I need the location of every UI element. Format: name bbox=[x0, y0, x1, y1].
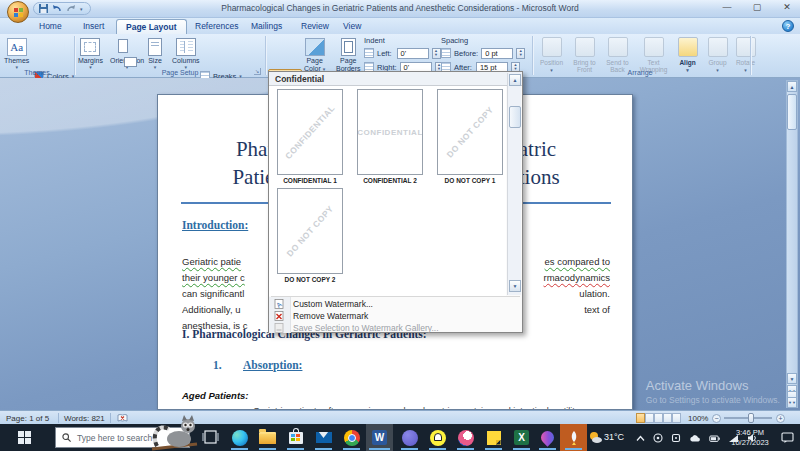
gallery-scroll-up-icon[interactable]: ▲ bbox=[509, 74, 521, 86]
taskbar-app-purple[interactable] bbox=[396, 424, 423, 451]
bring-to-front-button[interactable]: Bring toFront bbox=[569, 37, 600, 73]
gallery-scrollbar-thumb[interactable] bbox=[509, 106, 521, 128]
menu-item-custom-watermark[interactable]: A Custom Watermark... bbox=[269, 298, 522, 310]
menu-item-remove-watermark[interactable]: Remove Watermark bbox=[269, 310, 522, 322]
tab-view[interactable]: View bbox=[334, 19, 370, 34]
taskbar-app-word[interactable]: W bbox=[366, 424, 393, 451]
tray-chevron-up-icon[interactable] bbox=[636, 435, 645, 442]
scroll-down-icon[interactable]: ▼ bbox=[787, 373, 797, 384]
taskbar-app-file-explorer[interactable] bbox=[254, 424, 281, 451]
taskbar-app-sticky-notes[interactable] bbox=[480, 424, 507, 451]
menu-item-save-selection-watermark-gallery: Save Selection to Watermark Gallery... bbox=[269, 322, 522, 334]
rotate-icon bbox=[736, 37, 756, 57]
tray-onedrive-cloud-icon[interactable] bbox=[689, 434, 701, 443]
size-button[interactable]: Size▾ bbox=[148, 36, 162, 69]
tab-home[interactable]: Home bbox=[30, 19, 71, 34]
position-button[interactable]: Position▾ bbox=[536, 37, 567, 73]
taskbar-app-edge[interactable] bbox=[226, 424, 253, 451]
align-button[interactable]: Align▾ bbox=[672, 37, 703, 73]
taskbar-app-mail[interactable] bbox=[310, 424, 337, 451]
scrollbar-thumb[interactable] bbox=[787, 94, 797, 130]
word-window: ▾ Pharmacological Changes in Geriatric P… bbox=[0, 0, 800, 451]
watermark-option-confidential-2[interactable]: CONFIDENTIAL bbox=[357, 89, 423, 175]
taskbar: Type here to search bbox=[0, 424, 800, 451]
weather-icon[interactable] bbox=[588, 431, 602, 444]
store-icon bbox=[289, 432, 303, 444]
watermark-option-do-not-copy-1[interactable]: DO NOT COPY bbox=[437, 89, 503, 175]
tab-insert[interactable]: Insert bbox=[74, 19, 113, 34]
page-setup-dialog-launcher-icon[interactable]: ↘ bbox=[254, 68, 261, 75]
themes-button[interactable]: Aa Themes▾ bbox=[4, 36, 29, 69]
print-layout-view-button[interactable] bbox=[636, 413, 645, 423]
rotate-button[interactable]: Rotate▾ bbox=[730, 37, 761, 73]
help-icon[interactable]: ? bbox=[782, 20, 794, 32]
orientation-button[interactable]: Orientation▾ bbox=[110, 36, 144, 69]
pink-app-icon bbox=[458, 430, 474, 446]
page-color-button[interactable]: Page Color ▾ bbox=[304, 36, 325, 72]
indent-left-spinner[interactable]: ▲▼ bbox=[432, 48, 441, 59]
zoom-slider-thumb[interactable] bbox=[748, 413, 754, 423]
purple-app-icon bbox=[402, 430, 418, 446]
action-center-icon[interactable] bbox=[781, 432, 794, 443]
maximize-button[interactable]: ▢ bbox=[748, 2, 766, 14]
themes-group-label: Themes bbox=[8, 69, 66, 76]
close-button[interactable]: ✕ bbox=[778, 2, 796, 14]
paint-drop-icon bbox=[538, 428, 556, 446]
taskbar-app-pink[interactable] bbox=[452, 424, 479, 451]
gallery-scroll-down-icon[interactable]: ▼ bbox=[509, 280, 521, 292]
minimize-button[interactable]: — bbox=[718, 2, 736, 14]
window-title: Pharmacological Changes in Geriatric Pat… bbox=[0, 3, 800, 13]
scroll-up-icon[interactable]: ▲ bbox=[787, 81, 797, 92]
margins-button[interactable]: Margins▾ bbox=[78, 36, 103, 69]
next-page-icon[interactable]: ▼▼ bbox=[787, 397, 797, 408]
word-count[interactable]: Words: 821 bbox=[64, 414, 105, 423]
task-view-icon[interactable] bbox=[202, 429, 219, 445]
full-screen-view-button[interactable] bbox=[645, 413, 654, 423]
office-logo-icon bbox=[14, 8, 23, 17]
watermark-option-confidential-1[interactable]: CONFIDENTIAL bbox=[277, 89, 343, 175]
zoom-level[interactable]: 100% bbox=[688, 414, 708, 423]
zoom-out-icon[interactable]: − bbox=[712, 414, 721, 423]
taskbar-app-orange-highlighted[interactable] bbox=[560, 424, 587, 451]
spacing-before-label: Before: bbox=[454, 49, 478, 58]
tab-references[interactable]: References bbox=[186, 19, 247, 34]
tab-page-layout[interactable]: Page Layout bbox=[116, 19, 187, 34]
tab-review[interactable]: Review bbox=[292, 19, 338, 34]
spacing-header: Spacing bbox=[441, 36, 468, 45]
office-button[interactable] bbox=[7, 1, 29, 23]
lemur-image bbox=[150, 408, 198, 451]
watermark-gallery-menu: Confidential CONFIDENTIAL CONFIDENTIAL 1… bbox=[268, 71, 523, 333]
weather-temperature[interactable]: 31°C bbox=[604, 432, 624, 442]
web-layout-view-button[interactable] bbox=[654, 413, 663, 423]
indent-left-value[interactable]: 0' bbox=[397, 48, 429, 59]
activate-windows-watermark: Activate Windows Go to Settings to activ… bbox=[646, 378, 780, 405]
taskbar-app-excel[interactable]: X bbox=[508, 424, 535, 451]
tray-device-icon[interactable] bbox=[671, 433, 681, 443]
taskbar-clock[interactable]: 3:46 PM 10/27/2023 bbox=[729, 428, 771, 447]
page-setup-group-label: Page Setup bbox=[120, 69, 240, 76]
send-to-back-button[interactable]: Send toBack bbox=[602, 37, 633, 73]
page-borders-button[interactable]: Page Borders bbox=[336, 36, 361, 72]
outline-view-button[interactable] bbox=[663, 413, 672, 423]
columns-button[interactable]: Columns▾ bbox=[172, 36, 200, 69]
draft-view-button[interactable] bbox=[672, 413, 681, 423]
spacing-before-value[interactable]: 0 pt bbox=[481, 48, 513, 59]
proofing-status-icon[interactable] bbox=[117, 413, 128, 423]
text-wrapping-button[interactable]: TextWrapping bbox=[638, 37, 669, 73]
tray-target-icon[interactable] bbox=[653, 433, 663, 443]
zoom-in-icon[interactable]: + bbox=[776, 414, 785, 423]
vertical-scrollbar[interactable]: ▲ ▼ ▲▲ ● ▼▼ bbox=[786, 80, 798, 408]
tab-mailings[interactable]: Mailings bbox=[242, 19, 291, 34]
start-button[interactable] bbox=[0, 424, 48, 451]
watermark-option-do-not-copy-2[interactable]: DO NOT COPY bbox=[277, 188, 343, 274]
page-indicator[interactable]: Page: 1 of 5 bbox=[6, 414, 49, 423]
group-button[interactable]: Group▾ bbox=[702, 37, 733, 73]
taskbar-app-store[interactable] bbox=[282, 424, 309, 451]
list-number: 1. bbox=[213, 359, 222, 371]
gallery-scrollbar[interactable]: ▲ ▼ bbox=[507, 73, 521, 295]
taskbar-app-yellow[interactable] bbox=[424, 424, 451, 451]
spacing-before-spinner[interactable]: ▲▼ bbox=[516, 48, 525, 59]
taskbar-app-chrome[interactable] bbox=[338, 424, 365, 451]
tray-battery-icon[interactable] bbox=[709, 434, 720, 443]
taskbar-app-paint-drop[interactable] bbox=[534, 424, 561, 451]
